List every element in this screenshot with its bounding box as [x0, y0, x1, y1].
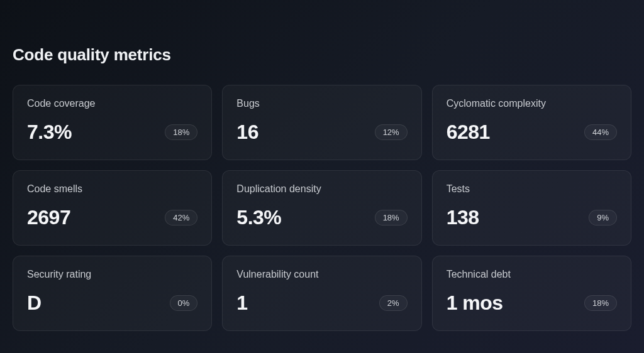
metric-value: 16 [236, 121, 258, 144]
metric-card-technical-debt: Technical debt 1 mos 18% [432, 256, 631, 331]
metric-badge: 42% [165, 210, 197, 225]
metric-badge: 44% [584, 124, 617, 140]
metric-badge: 18% [375, 210, 408, 225]
metric-value: 5.3% [236, 206, 281, 229]
metric-card-duplication-density: Duplication density 5.3% 18% [222, 170, 421, 246]
metric-card-bugs: Bugs 16 12% [222, 85, 421, 160]
metric-card-code-coverage: Code coverage 7.3% 18% [13, 85, 212, 160]
metric-badge: 0% [170, 295, 198, 311]
metric-label: Cyclomatic complexity [447, 98, 617, 109]
metric-label: Tests [447, 183, 617, 195]
metric-value: 1 [236, 291, 247, 315]
metric-badge: 9% [589, 210, 617, 225]
metric-value-row: 16 12% [236, 121, 407, 144]
metric-value-row: 2697 42% [27, 206, 197, 229]
metric-label: Code coverage [27, 98, 197, 109]
metric-value-row: D 0% [27, 291, 197, 315]
metric-label: Vulnerability count [236, 269, 407, 280]
metric-label: Duplication density [236, 183, 407, 195]
metric-card-security-rating: Security rating D 0% [13, 256, 212, 331]
metric-value-row: 1 2% [236, 291, 407, 315]
metric-value-row: 1 mos 18% [447, 291, 617, 315]
metric-badge: 18% [165, 124, 197, 140]
metric-value: 6281 [447, 121, 490, 144]
metric-value-row: 6281 44% [447, 121, 617, 144]
page-title: Code quality metrics [13, 45, 631, 65]
metric-value-row: 7.3% 18% [27, 121, 197, 144]
metric-card-vulnerability-count: Vulnerability count 1 2% [222, 256, 421, 331]
metric-value: D [27, 291, 42, 315]
metric-card-code-smells: Code smells 2697 42% [13, 170, 212, 246]
metric-value: 138 [447, 206, 479, 229]
metric-value-row: 5.3% 18% [236, 206, 407, 229]
metric-label: Technical debt [447, 269, 617, 280]
metric-badge: 2% [379, 295, 408, 311]
metric-value-row: 138 9% [447, 206, 617, 229]
metric-label: Code smells [27, 183, 197, 195]
metric-card-tests: Tests 138 9% [432, 170, 631, 246]
metric-badge: 12% [375, 124, 408, 140]
metric-label: Bugs [236, 98, 407, 109]
metric-value: 2697 [27, 206, 70, 229]
metric-value: 7.3% [27, 121, 72, 144]
metric-badge: 18% [584, 295, 617, 311]
metric-label: Security rating [27, 269, 197, 280]
metric-value: 1 mos [447, 291, 503, 315]
metrics-grid: Code coverage 7.3% 18% Bugs 16 12% Cyclo… [13, 85, 631, 331]
metric-card-cyclomatic-complexity: Cyclomatic complexity 6281 44% [432, 85, 631, 160]
